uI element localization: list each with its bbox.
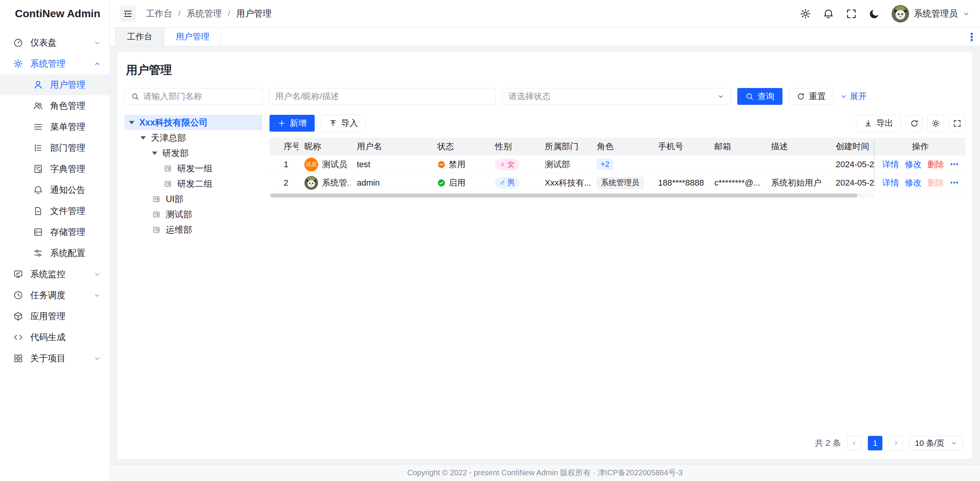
tree-node-rnd[interactable]: 研发部 [124, 145, 263, 161]
breadcrumb-item[interactable]: 工作台 [146, 8, 172, 20]
user-name: 系统管理员 [914, 8, 958, 20]
prev-page-button[interactable] [847, 436, 862, 450]
tree-node-label: 研发部 [162, 147, 189, 159]
column-settings-button[interactable] [927, 115, 944, 132]
settings-gear-icon[interactable] [800, 8, 811, 20]
col-header-username: 用户名 [351, 141, 431, 152]
notification-bell-icon[interactable] [823, 8, 834, 20]
sidebar-item-dicts[interactable]: 字典管理 [0, 158, 109, 179]
dark-mode-moon-icon[interactable] [869, 8, 880, 20]
sidebar-item-depts[interactable]: 部门管理 [0, 137, 109, 158]
horizontal-scrollbar[interactable] [270, 193, 875, 198]
fullscreen-icon[interactable] [846, 8, 857, 20]
col-header-created: 创建时间 [830, 141, 875, 152]
sidebar-item-label: 关于项目 [30, 352, 87, 364]
scrollbar-thumb[interactable] [270, 194, 858, 197]
current-page-button[interactable]: 1 [868, 436, 882, 450]
edit-link[interactable]: 修改 [905, 177, 922, 189]
tree-node-ui[interactable]: UI部 [124, 191, 263, 207]
sidebar-item-label: 通知公告 [50, 184, 101, 196]
cell-status: 启用 [431, 177, 489, 189]
tree-node-label: 运维部 [166, 224, 192, 236]
add-user-button[interactable]: 新增 [270, 115, 315, 132]
keyword-search-input[interactable] [275, 91, 489, 101]
role-tag: 系统管理员 [597, 177, 644, 189]
breadcrumb-item[interactable]: 系统管理 [187, 8, 222, 20]
sidebar-nav: 仪表盘 系统管理 用户管理 角色管理 菜单管理 部门管理 字典管理 [0, 28, 109, 373]
breadcrumb-separator: / [178, 9, 181, 18]
tab-label: 工作台 [127, 31, 152, 42]
sidebar-item-menus[interactable]: 菜单管理 [0, 116, 109, 137]
dept-search-field[interactable] [124, 88, 263, 105]
next-page-button[interactable] [889, 436, 903, 450]
reset-button[interactable]: 重置 [789, 88, 834, 105]
sidebar-item-system[interactable]: 系统管理 [0, 53, 109, 74]
tree-node-tianjin[interactable]: 天津总部 [124, 130, 263, 145]
sidebar-item-about[interactable]: 关于项目 [0, 348, 109, 369]
role-count-tag[interactable]: +2 [597, 159, 613, 170]
tree-node-test[interactable]: 测试部 [124, 207, 263, 222]
status-select[interactable]: 请选择状态 [502, 88, 731, 105]
export-button[interactable]: 导出 [856, 115, 901, 132]
breadcrumb-item-current: 用户管理 [236, 8, 271, 20]
expand-label: 展开 [850, 91, 867, 102]
sidebar-item-label: 文件管理 [50, 205, 101, 217]
nickname-text: 测试员 [322, 159, 347, 170]
caret-down-icon[interactable] [152, 152, 157, 155]
cell-dept: Xxx科技有... [539, 177, 591, 189]
sidebar-item-monitor[interactable]: 系统监控 [0, 264, 109, 285]
import-button[interactable]: 导入 [321, 115, 366, 132]
table-fullscreen-button[interactable] [949, 115, 965, 132]
caret-down-icon[interactable] [140, 136, 146, 140]
sidebar-item-notices[interactable]: 通知公告 [0, 179, 109, 201]
keyword-search-field[interactable] [269, 88, 496, 105]
app-logo[interactable]: ContiNew Admin [0, 0, 109, 28]
page-size-select[interactable]: 10 条/页 [909, 436, 963, 450]
cell-index: 1 [270, 160, 298, 170]
cell-gender: ♂ 男 [489, 177, 539, 189]
chevron-right-icon [892, 440, 899, 447]
col-header-actions: 操作 [875, 138, 965, 155]
more-actions-link[interactable]: ⋯ [950, 160, 959, 170]
sidebar-collapse-button[interactable] [120, 6, 136, 22]
refresh-table-button[interactable] [906, 115, 923, 132]
refresh-icon [797, 92, 805, 101]
tree-node-rnd-group2[interactable]: 研发二组 [124, 176, 263, 191]
tab-user-management[interactable]: 用户管理 [164, 28, 221, 46]
sidebar-item-users[interactable]: 用户管理 [0, 74, 109, 95]
edit-link[interactable]: 修改 [905, 159, 922, 170]
sidebar-item-codegen[interactable]: 代码生成 [0, 327, 109, 348]
sidebar-item-label: 仪表盘 [30, 37, 87, 49]
detail-link[interactable]: 详情 [882, 177, 899, 189]
gender-female-badge: ♀ 女 [495, 159, 519, 170]
table-row[interactable]: 2 系统管... admin 启用 [270, 174, 875, 192]
col-header-email: 邮箱 [708, 141, 765, 152]
cell-gender: ♀ 女 [489, 159, 539, 170]
sidebar-item-storage[interactable]: 存储管理 [0, 222, 109, 243]
caret-down-icon[interactable] [129, 121, 134, 124]
tab-more-button[interactable]: ⋮ [963, 28, 980, 46]
sidebar-item-roles[interactable]: 角色管理 [0, 95, 109, 116]
expand-filters-link[interactable]: 展开 [840, 91, 867, 102]
detail-link[interactable]: 详情 [882, 159, 899, 170]
sidebar-item-apps[interactable]: 应用管理 [0, 306, 109, 327]
sidebar-item-config[interactable]: 系统配置 [0, 243, 109, 264]
delete-link[interactable]: 删除 [928, 159, 944, 170]
sidebar-item-dashboard[interactable]: 仪表盘 [0, 32, 109, 53]
tree-node-ops[interactable]: 运维部 [124, 222, 263, 237]
sidebar-item-schedule[interactable]: 任务调度 [0, 285, 109, 306]
tree-node-company[interactable]: Xxx科技有限公司 [124, 115, 263, 130]
query-button[interactable]: 查询 [737, 88, 782, 105]
topbar-actions: 系统管理员 [800, 5, 970, 23]
user-menu[interactable]: 系统管理员 [892, 5, 970, 23]
status-text: 启用 [449, 177, 466, 189]
more-actions-link[interactable]: ⋯ [950, 178, 959, 188]
import-button-label: 导入 [341, 117, 358, 129]
tree-node-rnd-group1[interactable]: 研发一组 [124, 161, 263, 176]
user-icon [33, 80, 43, 90]
dept-search-input[interactable] [143, 91, 256, 101]
table-row[interactable]: 1 试员 测试员 test 禁用 [270, 155, 875, 174]
sidebar-item-files[interactable]: 文件管理 [0, 201, 109, 222]
col-header-index: 序号 [270, 141, 298, 152]
tab-workbench[interactable]: 工作台 [115, 28, 164, 46]
